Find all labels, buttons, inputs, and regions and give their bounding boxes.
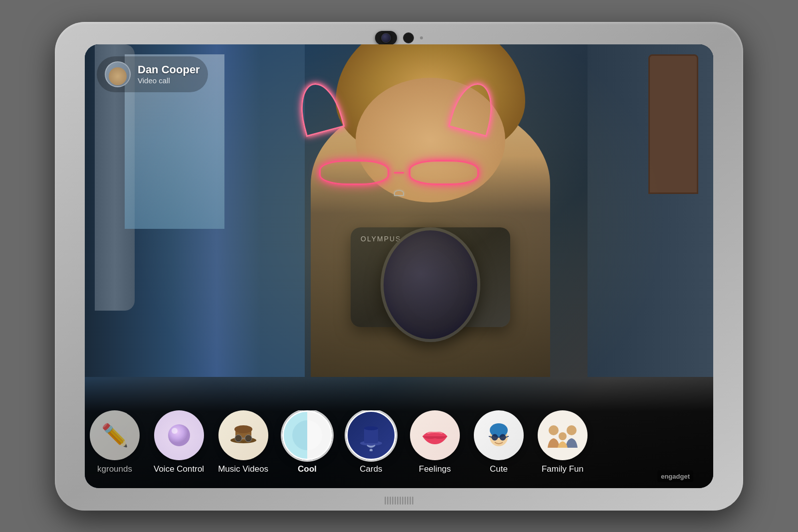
device-top-bar bbox=[375, 31, 423, 45]
caller-info: Dan Cooper Video call bbox=[138, 63, 200, 85]
filter-icon-music-videos bbox=[218, 410, 268, 460]
filter-icon-feelings bbox=[410, 410, 460, 460]
svg-point-19 bbox=[500, 434, 506, 440]
filter-label-music-videos: Music Videos bbox=[218, 464, 268, 474]
speaker-grille bbox=[385, 497, 413, 505]
filter-item-backgrounds[interactable]: ✏️ kgrounds bbox=[90, 410, 140, 474]
svg-point-18 bbox=[492, 434, 498, 440]
camera-dot bbox=[403, 32, 414, 43]
filter-bar: ✏️ kgrounds bbox=[85, 378, 713, 488]
camera-lens-big bbox=[381, 227, 480, 342]
caller-avatar bbox=[105, 61, 131, 87]
call-type: Video call bbox=[138, 76, 200, 85]
filter-icons-row: ✏️ kgrounds bbox=[85, 410, 713, 474]
svg-point-25 bbox=[559, 432, 567, 440]
filter-icon-cards bbox=[346, 410, 396, 460]
svg-point-23 bbox=[549, 425, 559, 435]
svg-point-14 bbox=[364, 426, 378, 430]
filter-icon-family-fun bbox=[538, 410, 588, 460]
filter-label-backgrounds: kgrounds bbox=[97, 464, 132, 474]
svg-point-15 bbox=[370, 449, 373, 451]
filter-label-voice-control: Voice Control bbox=[154, 464, 204, 474]
svg-point-5 bbox=[235, 435, 242, 442]
svg-point-24 bbox=[567, 425, 577, 435]
camera-lens bbox=[381, 33, 391, 43]
status-dot bbox=[420, 36, 423, 39]
filter-icon-cute bbox=[474, 410, 524, 460]
svg-point-4 bbox=[234, 425, 252, 433]
filter-label-cute: Cute bbox=[490, 464, 508, 474]
filter-label-family-fun: Family Fun bbox=[542, 464, 584, 474]
svg-point-1 bbox=[172, 428, 178, 434]
filter-label-cool: Cool bbox=[298, 464, 317, 474]
filter-item-cute[interactable]: Cute bbox=[474, 410, 524, 474]
filter-item-voice-control[interactable]: Voice Control bbox=[154, 410, 204, 474]
filter-item-cool[interactable]: Cool bbox=[282, 410, 332, 474]
camera-brand: OLYMPUS bbox=[361, 235, 401, 243]
filter-item-feelings[interactable]: Feelings bbox=[410, 410, 460, 474]
device-outer: OLYMPUS bbox=[55, 22, 743, 511]
filter-icon-cool bbox=[282, 410, 332, 460]
filter-item-family-fun[interactable]: Family Fun bbox=[538, 410, 588, 474]
avatar-face bbox=[109, 67, 127, 85]
filter-item-music-videos[interactable]: Music Videos bbox=[218, 410, 268, 474]
filter-item-cards[interactable]: Cards bbox=[346, 410, 396, 474]
logo-text: engadget bbox=[661, 473, 690, 480]
call-header: Dan Cooper Video call bbox=[97, 56, 208, 92]
camera-module bbox=[375, 31, 397, 45]
caller-name: Dan Cooper bbox=[138, 63, 200, 76]
person-area: OLYMPUS bbox=[242, 44, 619, 377]
svg-rect-13 bbox=[364, 428, 378, 443]
filter-label-feelings: Feelings bbox=[419, 464, 451, 474]
svg-point-6 bbox=[245, 435, 252, 442]
filter-icon-voice-control bbox=[154, 410, 204, 460]
filter-label-cards: Cards bbox=[360, 464, 382, 474]
svg-point-0 bbox=[168, 424, 190, 446]
screen: OLYMPUS bbox=[85, 44, 713, 488]
door-frame bbox=[648, 54, 698, 194]
camera-obj: OLYMPUS bbox=[351, 227, 510, 327]
logo-badge: engadget bbox=[657, 470, 693, 482]
person-face bbox=[356, 78, 505, 202]
filter-icon-backgrounds: ✏️ bbox=[90, 410, 140, 460]
room-elements: OLYMPUS bbox=[85, 44, 713, 377]
